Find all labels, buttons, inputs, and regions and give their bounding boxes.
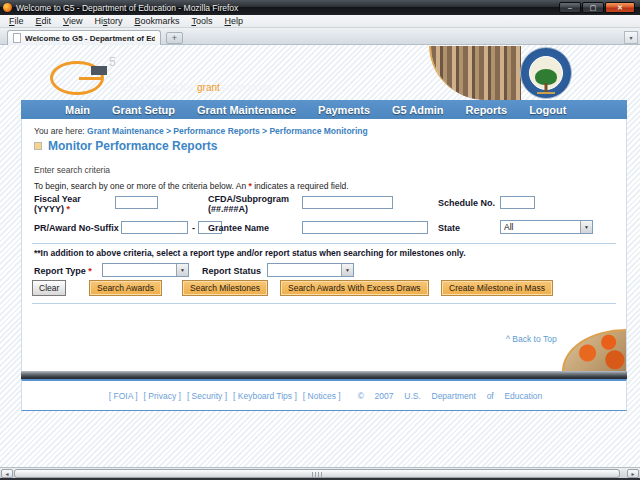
tab-welcome-g5[interactable]: Welcome to G5 - Department of Edu... — [7, 30, 161, 45]
instructions: To begin, search by one or more of the c… — [34, 181, 349, 191]
close-button[interactable]: ✕ — [605, 2, 635, 13]
state-label: State — [438, 223, 460, 233]
cfda-input[interactable] — [302, 196, 393, 209]
list-all-tabs-button[interactable]: ▾ — [624, 31, 638, 44]
maximize-button[interactable]: ▢ — [582, 2, 604, 13]
dept-of-education-seal-icon — [520, 47, 572, 99]
nav-reports[interactable]: Reports — [455, 104, 519, 116]
page-viewport: 5 Empowering the grant community. Main G… — [0, 45, 640, 467]
schedule-input[interactable] — [500, 196, 535, 209]
tab-title: Welcome to G5 - Department of Edu... — [25, 34, 155, 43]
scroll-right-icon[interactable]: ► — [627, 469, 639, 478]
copyright-text: © 2007 U.S. Department of Education — [358, 391, 543, 401]
window-title: Welcome to G5 - Department of Education … — [16, 3, 238, 13]
main-panel: You are here: Grant Maintenance > Perfor… — [21, 119, 627, 371]
banner-tagline: Empowering the grant community. — [122, 82, 273, 93]
menu-tools[interactable]: Tools — [185, 16, 218, 26]
breadcrumb: You are here: Grant Maintenance > Perfor… — [34, 126, 368, 136]
page-icon — [13, 33, 21, 43]
g5-banner: 5 Empowering the grant community. — [21, 46, 627, 100]
pr-award-separator: - — [192, 223, 195, 233]
fiscal-year-input[interactable] — [115, 196, 158, 209]
report-status-label: Report Status — [202, 266, 261, 276]
breadcrumb-path[interactable]: Grant Maintenance > Performance Reports … — [87, 126, 368, 136]
search-excess-draws-button[interactable]: Search Awards With Excess Draws — [280, 280, 429, 296]
clear-button[interactable]: Clear — [32, 280, 66, 296]
nav-g5-admin[interactable]: G5 Admin — [381, 104, 455, 116]
search-criteria-heading: Enter search criteria — [34, 165, 110, 175]
footer-link-foia[interactable]: [ FOIA ] — [109, 391, 138, 401]
menu-edit[interactable]: Edit — [30, 16, 58, 26]
menu-help[interactable]: Help — [218, 16, 249, 26]
chevron-down-icon: ▼ — [580, 221, 592, 233]
footer-link-privacy[interactable]: [ Privacy ] — [144, 391, 181, 401]
search-awards-button[interactable]: Search Awards — [89, 280, 162, 296]
divider — [32, 243, 616, 244]
cfda-label: CFDA/Subprogram(##.###A) — [208, 194, 289, 214]
nav-grant-maintenance[interactable]: Grant Maintenance — [186, 104, 307, 116]
milestones-note: **In addition to above criteria, select … — [34, 248, 466, 258]
chevron-down-icon: ▼ — [176, 264, 188, 276]
minimize-button[interactable]: – — [559, 2, 581, 13]
back-to-top-link[interactable]: ^ Back to Top — [506, 334, 557, 344]
menu-file[interactable]: File — [3, 16, 30, 26]
divider — [32, 303, 616, 304]
pr-award-label: PR/Award No-Suffix — [34, 223, 119, 233]
page-content: 5 Empowering the grant community. Main G… — [21, 46, 627, 411]
scrollbar-thumb[interactable] — [14, 469, 620, 478]
new-tab-button[interactable]: + — [166, 32, 183, 44]
horizontal-scrollbar[interactable]: ◄ ► — [0, 467, 640, 478]
content-end-bar — [21, 371, 627, 379]
footer: [ FOIA ] [ Privacy ] [ Security ] [ Keyb… — [21, 379, 627, 411]
section-icon — [34, 142, 42, 150]
nav-grant-setup[interactable]: Grant Setup — [101, 104, 186, 116]
title-bar: Welcome to G5 - Department of Education … — [0, 0, 640, 15]
grantee-name-label: Grantee Name — [208, 223, 269, 233]
menu-view[interactable]: View — [57, 16, 88, 26]
page-title: Monitor Performance Reports — [48, 139, 217, 153]
fiscal-year-label: Fiscal Year(YYYY) * — [34, 194, 81, 214]
chevron-down-icon: ▼ — [341, 264, 353, 276]
schedule-label: Schedule No. — [438, 198, 495, 208]
search-milestones-button[interactable]: Search Milestones — [182, 280, 268, 296]
scroll-left-icon[interactable]: ◄ — [1, 469, 13, 478]
state-select[interactable]: All ▼ — [500, 220, 593, 234]
state-selected-value: All — [501, 222, 580, 232]
firefox-icon — [3, 3, 12, 12]
nav-logout[interactable]: Logout — [518, 104, 577, 116]
report-status-select[interactable]: ▼ — [267, 263, 354, 277]
report-type-label: Report Type * — [34, 266, 92, 276]
pr-award-input[interactable] — [121, 221, 188, 234]
classroom-chairs-image — [562, 329, 626, 371]
g5-logo-five: 5 — [109, 55, 116, 69]
footer-link-keyboard-tips[interactable]: [ Keyboard Tips ] — [233, 391, 297, 401]
browser-window: Welcome to G5 - Department of Education … — [0, 0, 640, 480]
footer-link-notices[interactable]: [ Notices ] — [303, 391, 341, 401]
create-milestone-button[interactable]: Create Milestone in Mass — [441, 280, 553, 296]
menu-history[interactable]: History — [88, 16, 128, 26]
footer-link-security[interactable]: [ Security ] — [187, 391, 227, 401]
menu-bar: File Edit View History Bookmarks Tools H… — [0, 15, 640, 28]
grantee-name-input[interactable] — [302, 221, 428, 234]
nav-main[interactable]: Main — [54, 104, 101, 116]
tab-bar: Welcome to G5 - Department of Edu... + ▾ — [0, 28, 640, 45]
main-nav: Main Grant Setup Grant Maintenance Payme… — [21, 100, 627, 119]
menu-bookmarks[interactable]: Bookmarks — [128, 16, 185, 26]
bookshelf-image — [431, 46, 521, 100]
nav-payments[interactable]: Payments — [307, 104, 381, 116]
scrollbar-grip — [312, 472, 322, 477]
report-type-select[interactable]: ▼ — [102, 263, 189, 277]
window-controls: – ▢ ✕ — [559, 2, 637, 13]
